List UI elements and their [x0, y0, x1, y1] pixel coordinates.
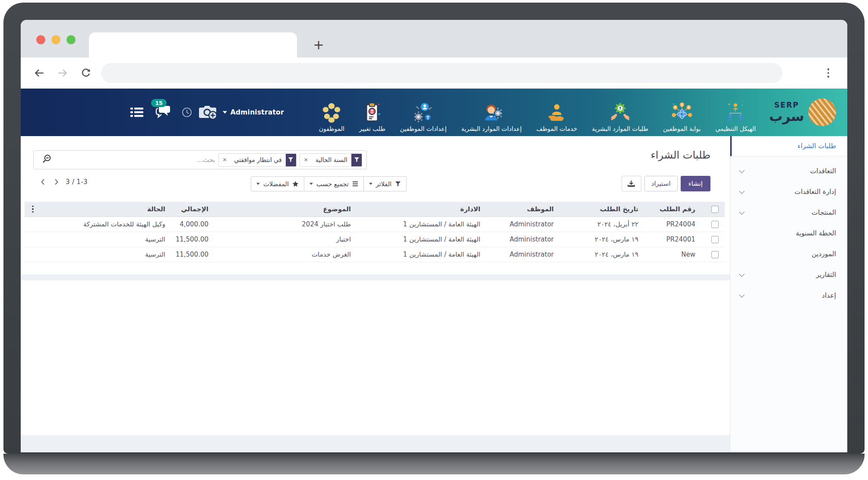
browser-tabstrip: +: [21, 20, 847, 57]
nav-item-org-structure[interactable]: الهيكل التنظيمي: [708, 89, 763, 136]
reload-icon[interactable]: [80, 67, 92, 79]
col-header-department[interactable]: الادارة: [357, 202, 486, 217]
favorites-dropdown[interactable]: المفضلات: [251, 176, 304, 191]
cell-total: 4,000.00: [171, 217, 215, 232]
search-bar[interactable]: السنة الحالية ✕ في انتظار موافقتي ✕: [33, 150, 367, 169]
chevron-down-icon: [223, 111, 227, 114]
camera-add-icon[interactable]: [199, 104, 218, 121]
list-menu-icon[interactable]: [130, 107, 143, 118]
maximize-window-icon[interactable]: [66, 35, 76, 45]
sidebar-item-contract-management[interactable]: إدارة التعاقدات: [730, 181, 847, 202]
import-button[interactable]: استيراد: [644, 176, 678, 191]
minimize-window-icon[interactable]: [51, 35, 60, 45]
cell-subject: الغرض خدمات: [215, 247, 357, 262]
action-buttons: إنشاء استيراد: [622, 176, 710, 191]
table-row[interactable]: PR24004 ٢٢ أبريل، ٢٠٢٤ Administrator اله…: [25, 217, 725, 232]
user-menu[interactable]: Administrator: [223, 108, 284, 116]
control-row: إنشاء استيراد: [21, 176, 730, 192]
cell-request-date: ٢٢ أبريل، ٢٠٢٤: [560, 217, 644, 232]
cell-department: الهيئة العامة / المستشارين 1: [357, 247, 486, 262]
sidebar-item-purchase-requests[interactable]: طلبات الشراء: [730, 136, 847, 156]
row-checkbox[interactable]: [711, 251, 719, 258]
cell-request-date: ١٩ مارس، ٢٠٢٤: [560, 247, 644, 262]
nav-item-label: خدمات الموظف: [537, 125, 578, 132]
cell-request-number: PR24001: [644, 232, 701, 247]
browser-tab[interactable]: [89, 32, 297, 57]
row-checkbox[interactable]: [711, 221, 719, 228]
back-icon[interactable]: [34, 67, 45, 79]
sidebar-item-settings[interactable]: إعداد: [730, 285, 847, 306]
nav-item-employee-settings[interactable]: إعدادات الموظفين: [393, 89, 454, 136]
new-tab-button[interactable]: +: [309, 35, 328, 54]
sidebar-item-reports[interactable]: التقارير: [730, 264, 847, 285]
search-facet-awaiting-my-approval[interactable]: في انتظار موافقتي ✕: [218, 153, 297, 167]
nav-item-hr-settings[interactable]: إعدادات الموارد البشرية: [454, 89, 529, 136]
nav-item-label: بوابة الموظفين: [663, 125, 701, 132]
download-icon: [627, 180, 635, 188]
app-navbar: SERP سرب الهيكل التنظيمي: [21, 89, 847, 136]
app-nav-items: الهيكل التنظيمي بوابة الموظفين: [312, 89, 763, 136]
table-header-row: رقم الطلب تاريخ الطلب الموظف الادارة الم…: [25, 202, 725, 217]
search-input[interactable]: [54, 156, 215, 164]
row-checkbox[interactable]: [711, 236, 719, 243]
sidebar-item-products[interactable]: المنتجات: [730, 202, 847, 223]
app-logo[interactable]: SERP سرب: [763, 89, 847, 136]
cell-employee: Administrator: [486, 217, 560, 232]
nav-item-employee-portal[interactable]: بوابة الموظفين: [656, 89, 708, 136]
table-row[interactable]: PR24001 ١٩ مارس، ٢٠٢٤ Administrator الهي…: [25, 232, 725, 247]
cell-status: الترسية: [42, 232, 171, 247]
filters-dropdown[interactable]: الفلاتر: [363, 176, 407, 191]
sidebar-item-contracts[interactable]: التعاقدات: [730, 161, 847, 181]
caret-down-icon: [256, 183, 260, 185]
pager-prev-icon[interactable]: [38, 178, 47, 186]
nav-item-label: إعدادات الموارد البشرية: [461, 125, 522, 132]
col-header-total[interactable]: الإجمالي: [171, 202, 215, 217]
filter-funnel-icon: [395, 181, 401, 187]
remove-facet-icon[interactable]: ✕: [300, 157, 312, 163]
cell-employee: Administrator: [486, 247, 560, 262]
change-request-icon: [360, 102, 384, 123]
star-icon: [292, 181, 299, 187]
col-header-employee[interactable]: الموظف: [486, 202, 560, 217]
col-header-status[interactable]: الحالة: [42, 202, 171, 217]
sidebar-item-vendors[interactable]: الموردين: [730, 244, 847, 264]
col-header-subject[interactable]: الموضوع: [215, 202, 357, 217]
optional-columns-icon[interactable]: [30, 206, 36, 213]
logo-title-en: SERP: [769, 102, 804, 109]
nav-item-hr-requests[interactable]: طلبات الموارد البشرية: [584, 89, 656, 136]
close-window-icon[interactable]: [36, 35, 45, 45]
employee-portal-icon: [670, 102, 694, 123]
caret-down-icon: [369, 183, 372, 185]
cell-subject: اختبار: [215, 232, 357, 247]
forward-icon[interactable]: [57, 67, 68, 79]
content-gap: [21, 274, 730, 280]
search-facet-current-year[interactable]: السنة الحالية ✕: [300, 153, 362, 167]
col-header-request-number[interactable]: رقم الطلب: [644, 202, 701, 217]
messages-button[interactable]: 15: [155, 105, 171, 120]
select-all-checkbox[interactable]: [711, 206, 719, 213]
employee-settings-icon: [412, 102, 435, 123]
cell-total: 11,500.00: [171, 247, 215, 262]
content-area: طلبات الشراء السنة الحالية ✕: [21, 136, 730, 452]
col-header-request-date[interactable]: تاريخ الطلب: [560, 202, 644, 217]
nav-item-label: الهيكل التنظيمي: [715, 125, 756, 132]
table-row[interactable]: New ١٩ مارس، ٢٠٢٤ Administrator الهيئة ا…: [25, 247, 725, 262]
search-options-icon[interactable]: [38, 154, 54, 166]
address-bar[interactable]: [101, 63, 783, 83]
group-by-dropdown[interactable]: تجميع حسب: [304, 176, 364, 191]
notifications-badge: 15: [151, 99, 166, 107]
hr-settings-icon: [480, 102, 503, 123]
nav-item-employee-services[interactable]: خدمات الموظف: [529, 89, 585, 136]
activity-clock-icon[interactable]: [181, 107, 193, 118]
navbar-user-area: 15 Administrator: [40, 89, 284, 136]
remove-facet-icon[interactable]: ✕: [219, 157, 230, 163]
browser-menu-icon[interactable]: [824, 68, 833, 78]
export-button[interactable]: [622, 176, 641, 191]
device-mockup: + SERP سرب: [0, 0, 868, 480]
pager-next-icon[interactable]: [52, 178, 61, 186]
empty-panel: [21, 280, 730, 435]
create-button[interactable]: إنشاء: [681, 176, 710, 191]
nav-item-change-request[interactable]: طلب تغيير: [352, 89, 393, 136]
nav-item-employees[interactable]: الموظفون: [312, 89, 352, 136]
sidebar-item-annual-plan[interactable]: الخطة السنوية: [730, 223, 847, 244]
